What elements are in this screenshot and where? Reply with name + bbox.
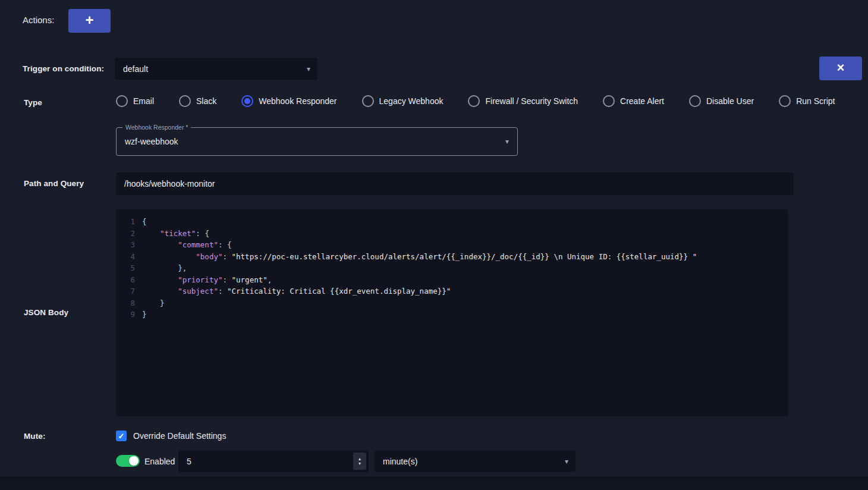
type-radio-label: Legacy Webhook: [379, 96, 444, 106]
duration-unit-value: minute(s): [383, 457, 417, 466]
radio-icon: [116, 95, 128, 107]
trigger-condition-value: default: [123, 64, 148, 74]
radio-icon: [779, 95, 791, 107]
chevron-down-icon: ▾: [505, 138, 509, 145]
number-stepper: ▴ ▾: [353, 453, 366, 470]
type-radio-disable-user[interactable]: Disable User: [689, 95, 754, 107]
type-radio-run-script[interactable]: Run Script: [779, 95, 835, 107]
type-radio-create-alert[interactable]: Create Alert: [603, 95, 664, 107]
enabled-label: Enabled: [144, 457, 175, 466]
code-line: 5 },: [116, 262, 788, 274]
path-query-label: Path and Query: [24, 179, 84, 188]
type-radio-label: Email: [133, 96, 154, 106]
radio-icon: [603, 95, 615, 107]
type-radio-email[interactable]: Email: [116, 95, 154, 107]
stepper-down-icon[interactable]: ▾: [358, 461, 361, 466]
add-action-button[interactable]: +: [68, 9, 111, 33]
chevron-down-icon: ▾: [307, 65, 310, 73]
duration-value: 5: [187, 457, 191, 466]
toggle-knob: [129, 456, 139, 466]
duration-input[interactable]: 5 ▴ ▾: [178, 450, 369, 472]
type-radio-firewall-security-switch[interactable]: Firewall / Security Switch: [468, 95, 578, 107]
code-line: 3 "comment": {: [116, 239, 788, 251]
type-radio-label: Run Script: [796, 96, 835, 106]
type-radio-label: Firewall / Security Switch: [485, 96, 578, 106]
type-radio-webhook-responder[interactable]: Webhook Responder: [241, 95, 336, 107]
line-number: 1: [116, 216, 135, 228]
actions-label: Actions:: [23, 15, 54, 25]
enabled-toggle[interactable]: [116, 455, 140, 467]
line-number: 7: [116, 285, 135, 297]
override-label: Override Default Settings: [133, 431, 226, 441]
webhook-responder-value: wzf-weebhook: [125, 137, 178, 146]
code-line: 4 "body": "https://poc-eu.stellarcyber.c…: [116, 251, 788, 263]
radio-icon: [241, 95, 253, 107]
check-icon: ✓: [118, 432, 125, 440]
chevron-down-icon: ▾: [565, 458, 568, 465]
override-default-settings[interactable]: ✓ Override Default Settings: [116, 431, 226, 441]
line-number: 2: [116, 228, 135, 240]
line-number: 6: [116, 274, 135, 286]
radio-icon: [179, 95, 191, 107]
code-line: 6 "priority": "urgent",: [116, 274, 788, 286]
override-checkbox[interactable]: ✓: [116, 431, 127, 441]
json-body-code[interactable]: 1{2 "ticket": {3 "comment": {4 "body": "…: [116, 209, 788, 416]
radio-icon: [468, 95, 480, 107]
line-number: 5: [116, 262, 135, 274]
path-query-value: /hooks/webhook-monitor: [124, 179, 215, 189]
remove-action-button[interactable]: ×: [819, 56, 862, 80]
type-radio-label: Create Alert: [620, 96, 664, 106]
webhook-responder-select[interactable]: Webhook Responder * wzf-weebhook ▾: [116, 127, 518, 156]
type-radio-label: Slack: [196, 96, 216, 106]
type-radio-label: Webhook Responder: [259, 96, 336, 106]
automation-action-panel: Actions: + Trigger on condition: default…: [0, 0, 868, 490]
path-query-input[interactable]: /hooks/webhook-monitor: [116, 172, 794, 195]
radio-icon: [689, 95, 701, 107]
type-label: Type: [24, 98, 42, 107]
plus-icon: +: [85, 13, 93, 27]
mute-label: Mute:: [24, 432, 46, 441]
webhook-responder-label: Webhook Responder *: [122, 124, 191, 131]
type-radio-slack[interactable]: Slack: [179, 95, 216, 107]
code-line: 1{: [116, 216, 788, 228]
type-radio-group: EmailSlackWebhook ResponderLegacy Webhoo…: [116, 93, 835, 109]
page-bottom-edge: [0, 476, 868, 490]
type-radio-label: Disable User: [706, 96, 754, 106]
line-number: 9: [116, 309, 135, 321]
radio-icon: [362, 95, 374, 107]
code-line: 7 "subject": "Criticality: Critical {{xd…: [116, 285, 788, 297]
code-line: 2 "ticket": {: [116, 228, 788, 240]
close-icon: ×: [837, 61, 845, 74]
code-line: 9}: [116, 309, 788, 321]
code-line: 8 }: [116, 297, 788, 309]
duration-unit-select[interactable]: minute(s) ▾: [375, 450, 575, 472]
line-number: 4: [116, 251, 135, 263]
trigger-condition-select[interactable]: default ▾: [115, 58, 317, 80]
json-body-label: JSON Body: [24, 308, 68, 317]
type-radio-legacy-webhook[interactable]: Legacy Webhook: [362, 95, 444, 107]
line-number: 8: [116, 297, 135, 309]
trigger-condition-label: Trigger on condition:: [23, 64, 104, 73]
line-number: 3: [116, 239, 135, 251]
